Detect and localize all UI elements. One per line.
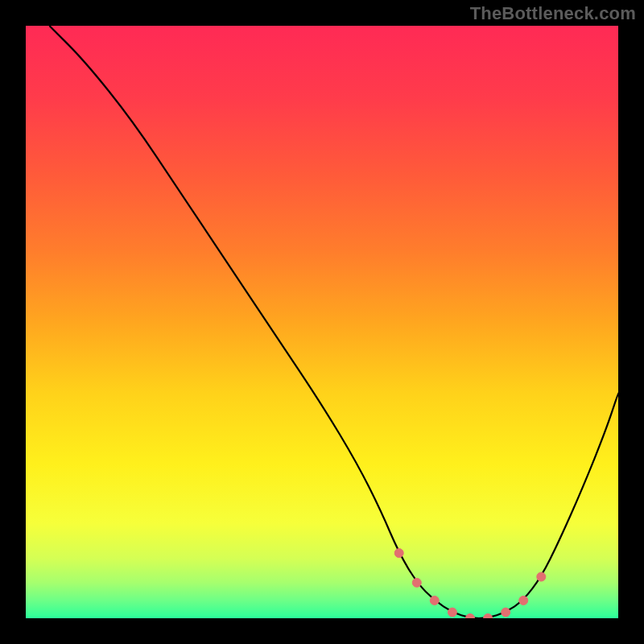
highlight-marker bbox=[502, 608, 510, 617]
highlight-marker bbox=[430, 596, 439, 605]
highlight-marker bbox=[412, 578, 421, 587]
chart-frame: TheBottleneck.com bbox=[0, 0, 644, 644]
plot-area bbox=[26, 26, 618, 618]
chart-svg bbox=[26, 26, 618, 618]
attribution-text: TheBottleneck.com bbox=[470, 3, 636, 24]
highlight-marker bbox=[394, 549, 403, 558]
highlight-marker bbox=[519, 596, 528, 605]
highlight-marker bbox=[448, 608, 456, 617]
highlight-marker bbox=[537, 572, 546, 581]
gradient-background bbox=[26, 26, 618, 618]
